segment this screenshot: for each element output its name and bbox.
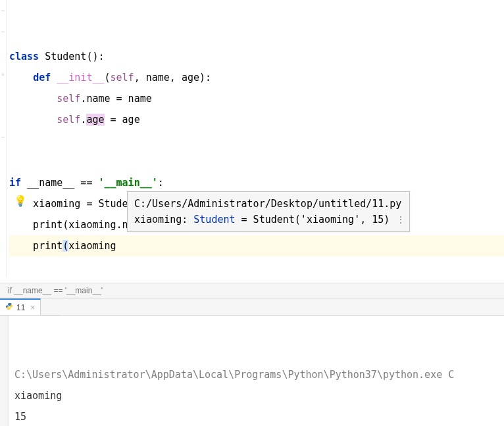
breadcrumb-item[interactable]: if __name__ == '__main__' (8, 286, 103, 295)
fold-marker[interactable]: – (0, 134, 6, 140)
param-self: self (57, 93, 80, 105)
console-output-line: 15 (14, 411, 26, 423)
param-self: self (111, 72, 134, 83)
fold-marker[interactable]: – (0, 8, 6, 14)
attribute-age: age (86, 114, 104, 126)
run-tab-title: 11 (16, 303, 25, 312)
python-file-icon (5, 302, 13, 312)
fold-marker[interactable]: – (0, 29, 6, 35)
paren-highlight: ( (63, 240, 68, 252)
tooltip-definition: xiaoming: Student = Student('xiaoming', … (134, 212, 401, 227)
run-tab-11[interactable]: 11 × (0, 298, 41, 315)
quick-doc-tooltip: C:/Users/Administrator/Desktop/untitled/… (127, 191, 410, 232)
close-icon[interactable]: × (30, 303, 35, 312)
code-line-blank (9, 135, 15, 147)
code-line: self.age = age (9, 114, 140, 126)
param-self: self (57, 114, 80, 126)
code-line-blank (9, 156, 15, 168)
code-line: self.name = name (9, 93, 152, 105)
tooltip-type: Student (193, 214, 235, 225)
code-line: if __name__ == '__main__': (9, 177, 164, 189)
intention-bulb-icon[interactable]: 💡 (14, 195, 27, 207)
method-init: __init__ (57, 72, 104, 83)
breadcrumb[interactable]: if __name__ == '__main__' (0, 283, 504, 298)
code-line-current: print(xiaoming (9, 235, 504, 256)
more-actions-icon[interactable]: ⋮ (396, 212, 405, 227)
string-main: '__main__' (98, 177, 157, 189)
console-output-line: xiaoming (14, 390, 62, 402)
keyword-if: if (9, 177, 21, 189)
keyword-def: def (33, 72, 51, 83)
console-gutter (0, 316, 9, 426)
tooltip-path: C:/Users/Administrator/Desktop/untitled/… (134, 196, 401, 212)
fold-marker[interactable]: ▵ (0, 71, 6, 77)
editor-gutter: – – ▵ – (0, 0, 7, 277)
run-tab-bar: 11 × (0, 298, 504, 316)
code-line: def __init__(self, name, age): (9, 72, 211, 83)
console-command: C:\Users\Administrator\AppData\Local\Pro… (14, 369, 454, 381)
run-console[interactable]: C:\Users\Administrator\AppData\Local\Pro… (0, 316, 504, 426)
code-editor[interactable]: – – ▵ – class Student(): def __init__(se… (0, 0, 504, 277)
